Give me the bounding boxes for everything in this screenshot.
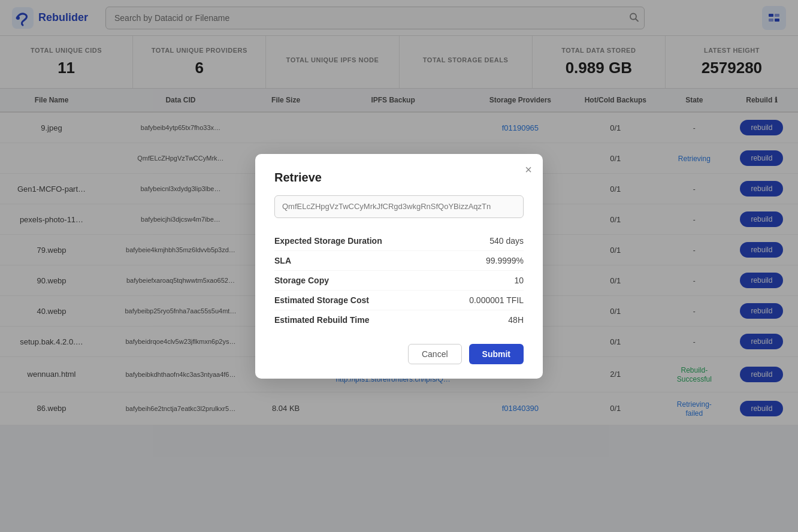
modal-field-value: 48H xyxy=(508,315,524,325)
modal-field-row: Estimated Storage Cost 0.000001 TFIL xyxy=(274,291,524,310)
cancel-button[interactable]: Cancel xyxy=(408,344,462,364)
submit-button[interactable]: Submit xyxy=(469,344,524,364)
modal-field-value: 10 xyxy=(514,276,524,285)
modal-actions: Cancel Submit xyxy=(274,344,524,364)
modal-title: Retrieve xyxy=(274,171,524,185)
modal-field-label: SLA xyxy=(274,256,291,265)
modal-field-label: Estimated Rebuild Time xyxy=(274,315,369,325)
modal-field-label: Expected Storage Duration xyxy=(274,236,382,246)
modal-field-label: Storage Copy xyxy=(274,276,329,285)
modal-fields: Expected Storage Duration 540 days SLA 9… xyxy=(274,231,524,330)
modal-field-value: 540 days xyxy=(489,236,524,246)
modal-cid-input[interactable] xyxy=(274,195,524,218)
modal-field-row: SLA 99.9999% xyxy=(274,251,524,271)
modal-field-value: 99.9999% xyxy=(486,256,524,265)
modal-field-row: Estimated Rebuild Time 48H xyxy=(274,310,524,330)
modal-field-label: Estimated Storage Cost xyxy=(274,295,369,305)
modal-overlay: Retrieve × Expected Storage Duration 540… xyxy=(0,0,798,532)
modal-close-button[interactable]: × xyxy=(525,164,532,176)
modal-field-value: 0.000001 TFIL xyxy=(469,295,524,305)
modal-field-row: Storage Copy 10 xyxy=(274,271,524,291)
modal-field-row: Expected Storage Duration 540 days xyxy=(274,231,524,251)
retrieve-modal: Retrieve × Expected Storage Duration 540… xyxy=(255,154,543,379)
